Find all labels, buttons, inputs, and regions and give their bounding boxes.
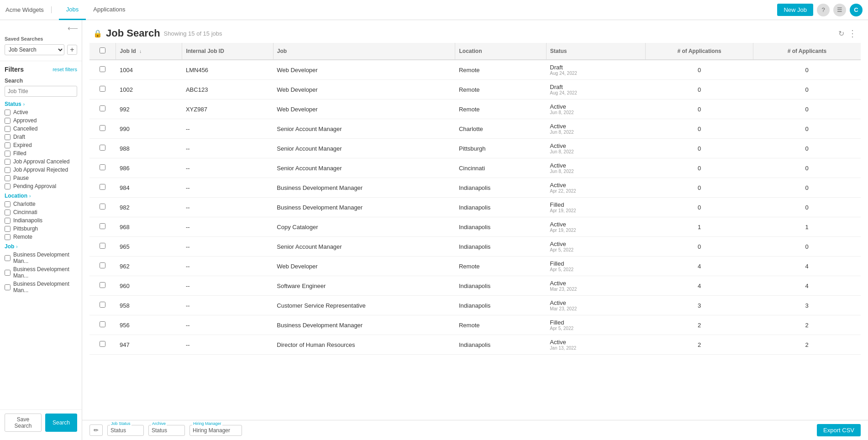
row-check[interactable] [89,217,116,237]
new-job-button[interactable]: New Job [777,4,813,16]
job-filter-item[interactable]: Business Development Man... [0,280,82,294]
location-checkbox[interactable] [5,226,11,232]
row-check[interactable] [89,296,116,315]
edit-filters-button[interactable]: ✏ [89,424,103,436]
status-checkbox[interactable] [5,175,11,181]
select-all-checkbox[interactable] [100,47,105,53]
row-check[interactable] [89,100,116,119]
table-row[interactable]: 958 -- Customer Service Representative I… [89,296,861,315]
status-filter-item[interactable]: Expired [0,141,82,149]
row-checkbox[interactable] [100,204,105,210]
row-job[interactable]: Senior Account Manager [273,237,455,257]
row-job[interactable]: Web Developer [273,100,455,119]
menu-icon[interactable]: ☰ [833,4,846,16]
archive-select[interactable]: Status [148,425,185,436]
row-checkbox[interactable] [100,86,105,92]
status-filter-item[interactable]: Cancelled [0,125,82,133]
row-check[interactable] [89,139,116,158]
hiring-manager-select[interactable]: Hiring Manager [189,425,242,436]
col-header-intjobid[interactable]: Internal Job ID [182,43,273,60]
table-row[interactable]: 1004 LMN456 Web Developer Remote Draft A… [89,60,861,80]
status-checkbox[interactable] [5,151,11,157]
status-checkbox[interactable] [5,126,11,132]
row-checkbox[interactable] [100,66,105,72]
row-checkbox[interactable] [100,321,105,327]
col-header-check[interactable] [89,43,116,60]
location-checkbox[interactable] [5,234,11,240]
row-check[interactable] [89,198,116,217]
job-title-input[interactable] [5,86,77,97]
col-header-status[interactable]: Status [546,43,645,60]
status-filter-item[interactable]: Job Approval Canceled [0,157,82,166]
notification-icon[interactable]: ? [817,4,830,16]
row-check[interactable] [89,257,116,276]
export-csv-button[interactable]: Export CSV [817,424,861,436]
row-checkbox[interactable] [100,341,105,347]
table-row[interactable]: 1002 ABC123 Web Developer Remote Draft A… [89,80,861,100]
location-filter-item[interactable]: Remote [0,233,82,241]
status-group-header[interactable]: Status › [0,99,82,108]
col-header-jobid[interactable]: Job Id ↓ [116,43,182,60]
table-row[interactable]: 947 -- Director of Human Resources India… [89,335,861,355]
row-checkbox[interactable] [100,223,105,229]
nav-jobs[interactable]: Jobs [59,0,86,20]
row-job[interactable]: Web Developer [273,257,455,276]
location-filter-item[interactable]: Pittsburgh [0,225,82,233]
user-avatar[interactable]: C [850,4,863,16]
status-filter-item[interactable]: Pending Approval [0,182,82,190]
row-job[interactable]: Copy Cataloger [273,217,455,237]
status-checkbox[interactable] [5,159,11,165]
row-job[interactable]: Business Development Manager [273,178,455,198]
row-check[interactable] [89,315,116,335]
status-checkbox[interactable] [5,110,11,115]
table-row[interactable]: 968 -- Copy Cataloger Indianapolis Activ… [89,217,861,237]
row-check[interactable] [89,158,116,178]
row-check[interactable] [89,80,116,100]
col-header-job[interactable]: Job [273,43,455,60]
status-filter-item[interactable]: Job Approval Rejected [0,166,82,174]
status-checkbox[interactable] [5,118,11,124]
job-filter-item[interactable]: Business Development Man... [0,251,82,265]
status-checkbox[interactable] [5,142,11,148]
row-job[interactable]: Software Engineer [273,276,455,296]
location-checkbox[interactable] [5,218,11,224]
row-checkbox[interactable] [100,145,105,151]
location-filter-item[interactable]: Charlotte [0,200,82,208]
row-checkbox[interactable] [100,164,105,170]
reset-filters-link[interactable]: reset filters [53,67,77,72]
status-filter-item[interactable]: Active [0,108,82,116]
location-checkbox[interactable] [5,210,11,215]
row-check[interactable] [89,237,116,257]
collapse-icon[interactable]: ⟵ [68,24,78,32]
row-job[interactable]: Business Development Manager [273,315,455,335]
table-row[interactable]: 984 -- Business Development Manager Indi… [89,178,861,198]
search-button[interactable]: Search [45,414,77,432]
row-check[interactable] [89,60,116,80]
row-check[interactable] [89,178,116,198]
row-checkbox[interactable] [100,184,105,190]
table-row[interactable]: 962 -- Web Developer Remote Filled Apr 5… [89,257,861,276]
nav-applications[interactable]: Applications [86,0,132,20]
row-checkbox[interactable] [100,262,105,268]
table-row[interactable]: 986 -- Senior Account Manager Cincinnati… [89,158,861,178]
status-filter-item[interactable]: Pause [0,174,82,182]
table-row[interactable]: 965 -- Senior Account Manager Indianapol… [89,237,861,257]
location-filter-item[interactable]: Indianapolis [0,216,82,225]
job-group-header[interactable]: Job › [0,241,82,251]
refresh-button[interactable]: ↻ [838,29,844,38]
job-checkbox[interactable] [5,255,11,261]
saved-searches-select[interactable]: Job Search [5,44,64,55]
col-header-location[interactable]: Location [455,43,546,60]
location-filter-item[interactable]: Cincinnati [0,208,82,216]
row-check[interactable] [89,276,116,296]
row-checkbox[interactable] [100,282,105,288]
col-header-applicants[interactable]: # of Applicants [753,43,861,60]
status-checkbox[interactable] [5,167,11,173]
status-filter-item[interactable]: Draft [0,133,82,141]
job-filter-item[interactable]: Business Development Man... [0,265,82,280]
row-checkbox[interactable] [100,105,105,111]
row-checkbox[interactable] [100,243,105,249]
row-job[interactable]: Director of Human Resources [273,335,455,355]
row-checkbox[interactable] [100,125,105,131]
row-job[interactable]: Web Developer [273,60,455,80]
